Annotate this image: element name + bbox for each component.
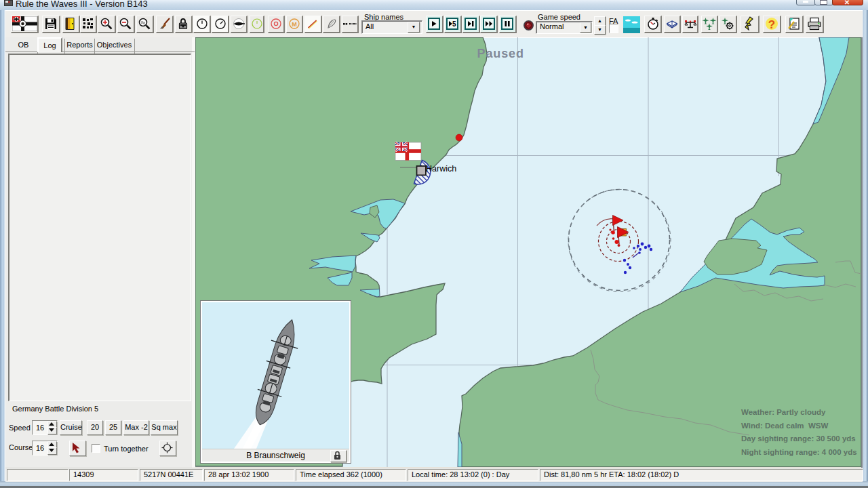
svg-text:Harwich: Harwich <box>426 164 456 174</box>
svg-text:M: M <box>292 21 297 28</box>
svg-text:Weather: Partly cloudy: Weather: Partly cloudy <box>741 408 826 416</box>
svg-text:Day sighting range: 30 500 yds: Day sighting range: 30 500 yds <box>741 434 856 443</box>
svg-text:Wind: Dead calm WSW: Wind: Dead calm WSW <box>741 422 828 430</box>
svg-text:?: ? <box>768 18 775 31</box>
svg-text:Paused: Paused <box>477 47 524 60</box>
svg-text:Night sighting range: 4 000 yd: Night sighting range: 4 000 yds <box>741 448 857 456</box>
svg-text:5: 5 <box>452 20 456 28</box>
